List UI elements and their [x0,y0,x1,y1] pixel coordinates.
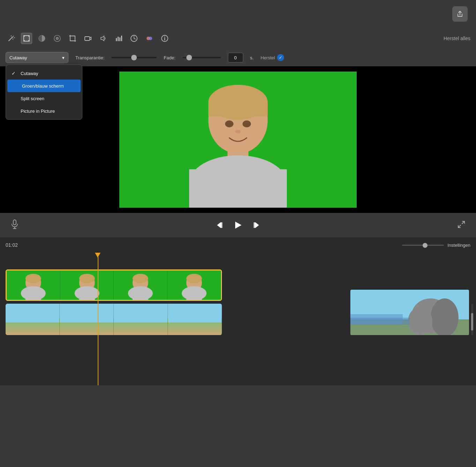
svg-rect-82 [114,327,168,335]
svg-point-68 [186,274,202,283]
fade-label: Fade: [164,55,175,60]
svg-rect-73 [6,327,59,335]
svg-line-50 [458,225,461,228]
color-blend-icon[interactable] [144,33,155,44]
dropdown-button[interactable]: Cutaway ▾ [6,52,68,63]
right-clip-panel[interactable] [350,290,469,335]
svg-rect-94 [350,318,410,325]
camera-icon[interactable] [82,33,94,44]
beach-frame-1 [6,304,60,335]
svg-rect-32 [208,102,268,116]
svg-point-92 [408,307,432,335]
speed-icon[interactable] [128,33,140,44]
svg-marker-42 [217,222,221,228]
dropdown-item-cutaway[interactable]: ✓ Cutaway [6,67,82,80]
zoom-thumb[interactable] [423,243,427,248]
microphone-icon[interactable] [10,219,19,231]
svg-rect-48 [254,222,254,228]
color-wheel-icon[interactable] [52,33,63,44]
share-button[interactable] [452,6,468,22]
overlay-type-dropdown[interactable]: Cutaway ▾ ✓ Cutaway Groen/blauw scherm S… [6,52,68,63]
green-clip-strip[interactable] [6,269,222,301]
svg-point-63 [133,274,148,283]
svg-point-2 [12,37,13,38]
svg-rect-39 [13,220,16,225]
settings-label[interactable]: Instellingen [447,243,470,248]
svg-rect-10 [28,40,30,42]
svg-rect-17 [116,38,117,41]
herstel-check-icon: ✓ [277,54,284,61]
svg-marker-16 [101,36,104,41]
svg-point-28 [164,37,165,37]
audio-icon[interactable] [98,33,109,44]
next-frame-button[interactable] [251,221,260,229]
right-clip-svg [350,290,469,335]
herstel-button[interactable]: Herstel ✓ [261,54,284,61]
svg-rect-72 [6,323,59,335]
crop-icon[interactable] [67,33,78,44]
svg-point-91 [431,298,459,335]
dropdown-item-label: Picture in Picture [21,109,55,114]
transparency-thumb[interactable] [131,55,137,60]
svg-line-49 [462,221,464,224]
beach-frame-3 [114,304,168,335]
dropdown-item-split-screen[interactable]: Split screen [6,92,82,105]
toolbar: Herstel alles [0,28,476,49]
svg-marker-45 [235,222,241,229]
svg-point-14 [57,38,58,39]
fullscreen-icon[interactable] [457,222,466,230]
transparency-track[interactable] [111,57,157,58]
svg-point-87 [191,324,209,333]
unit-label: s. [250,55,254,60]
fade-track[interactable] [183,57,221,58]
color-correction-icon[interactable] [36,33,47,44]
svg-rect-84 [168,304,222,335]
svg-point-58 [79,274,95,283]
transform-icon[interactable] [21,33,32,44]
dropdown-selected-value: Cutaway [9,55,27,60]
beach-frame-4 [168,304,222,335]
controls-row: Cutaway ▾ ✓ Cutaway Groen/blauw scherm S… [0,49,476,66]
svg-point-55 [21,286,46,300]
svg-rect-47 [255,222,256,228]
dropdown-menu: ✓ Cutaway Groen/blauw scherm Split scree… [6,65,82,120]
timeline-settings: Instellingen [402,243,470,248]
transparency-slider[interactable] [111,57,157,58]
fade-thumb[interactable] [186,55,192,60]
share-icon [456,10,463,17]
svg-line-0 [9,37,12,41]
video-preview [119,72,357,208]
svg-rect-7 [23,35,25,37]
prev-frame-button[interactable] [216,221,225,229]
herstel-label: Herstel [261,55,275,60]
transport-controls [216,220,260,230]
info-icon[interactable] [159,33,170,44]
transport-right [457,220,466,230]
transport-left [10,219,19,231]
reset-all-button[interactable]: Herstel alles [444,36,470,41]
play-button[interactable] [233,220,243,230]
timeline-scrollbar[interactable] [471,304,473,335]
equalizer-icon[interactable] [113,33,124,44]
scrollbar-thumb[interactable] [471,313,473,331]
timecode-display: 01:02 [6,242,18,248]
checkmark-icon: ✓ [12,71,17,76]
magic-wand-icon[interactable] [6,33,17,44]
svg-rect-9 [23,40,25,42]
zoom-slider[interactable] [402,245,444,246]
svg-point-25 [149,37,152,40]
dropdown-item-pip[interactable]: Picture in Picture [6,105,82,117]
fade-value-input[interactable]: 0 [228,53,243,62]
svg-rect-81 [114,323,168,335]
svg-point-65 [128,286,153,300]
green-frame-3 [114,270,168,300]
fade-slider[interactable] [183,57,221,58]
svg-point-70 [181,286,206,300]
green-frame-1 [7,270,60,300]
svg-point-60 [74,286,99,300]
beach-clip-strip[interactable] [6,304,222,335]
dropdown-item-green-screen[interactable]: Groen/blauw scherm [7,80,81,92]
svg-rect-85 [168,323,222,335]
svg-marker-46 [255,222,259,228]
dropdown-item-label: Groen/blauw scherm [22,83,64,89]
